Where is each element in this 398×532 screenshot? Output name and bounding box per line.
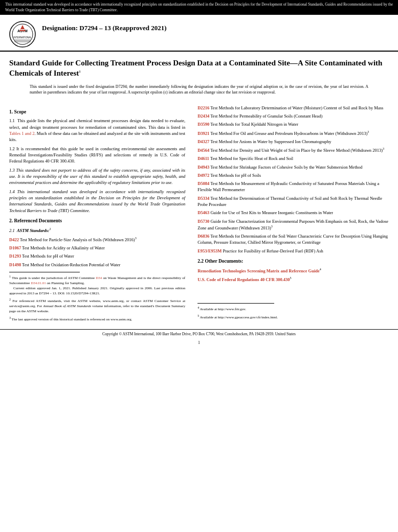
main-content: 1. Scope 1.1 This guide lists the physic… — [0, 105, 398, 324]
page-number: 1 — [0, 340, 398, 345]
ref-D4943: D4943 Test Method for Shrinkage Factors … — [197, 164, 389, 170]
ref-D5463: D5463 Guide for Use of Test Kits to Meas… — [197, 210, 389, 216]
designation-block: Designation: D7294 – 13 (Reapproved 2021… — [42, 20, 167, 32]
s2-2-heading: 2.2 Other Documents: — [197, 258, 389, 265]
ref-D5334: D5334 Test Method for Determination of T… — [197, 195, 389, 208]
ref-D1067: D1067 Test Methods for Acidity or Alkali… — [9, 245, 185, 251]
right-column: D2216 Test Methods for Laboratory Determ… — [191, 105, 389, 324]
section-1-2: 1.2 It is recommended that this guide be… — [9, 146, 185, 165]
main-title: Standard Guide for Collecting Treatment … — [9, 58, 389, 79]
s2-1-heading: 2.1 ASTM Standards:2 — [9, 227, 185, 234]
ref-list-right: D2216 Test Methods for Laboratory Determ… — [197, 105, 389, 254]
footnote-3: 3 The last approved version of this hist… — [9, 316, 185, 322]
section-1-4: 1.4 This international standard was deve… — [9, 189, 185, 214]
s1-2-text: 1.2 It is recommended that this guide be… — [9, 146, 185, 164]
other-ref-list: Remediation Technologies Screening Matri… — [197, 267, 389, 283]
ref-D2434: D2434 Test Method for Permeability of Gr… — [197, 113, 389, 119]
s1-4-text: 1.4 This international standard was deve… — [9, 189, 185, 213]
scope-heading: 1. Scope — [9, 109, 185, 116]
footer-bar: Copyright © ASTM International, 100 Barr… — [0, 329, 398, 338]
abstract-box: This standard is issued under the fixed … — [9, 84, 389, 96]
tables-link[interactable]: Tables 1 and 2 — [9, 131, 34, 136]
s1-1-text: 1.1 This guide lists the physical and ch… — [9, 118, 185, 142]
ref-list-left: D422 Test Method for Particle-Size Analy… — [9, 236, 185, 268]
ref-D2216: D2216 Test Methods for Laboratory Determ… — [197, 105, 389, 111]
ref-E953: E953/E953M Practice for Fusibility of Re… — [197, 248, 389, 254]
right-footnotes: 4 Available at http://www.frtr.gov. 5 Av… — [197, 303, 389, 320]
abstract-text: This standard is issued under the fixed … — [30, 84, 368, 95]
ref-D4327: D4327 Test Method for Anions in Water by… — [197, 138, 389, 145]
ref-D422: D422 Test Method for Particle-Size Analy… — [9, 236, 185, 243]
ref-D5084: D5084 Test Methods for Measurement of Hy… — [197, 180, 389, 193]
page: This international standard was develope… — [0, 0, 398, 532]
title-superscript: 1 — [79, 70, 80, 73]
svg-text:INTERNATIONAL: INTERNATIONAL — [13, 36, 32, 39]
footnote-1: 1 This guide is under the jurisdiction o… — [9, 274, 185, 296]
ref-D4611: D4611 Test Method for Specific Heat of R… — [197, 155, 389, 161]
astm-logo: ASTM INTERNATIONAL — [9, 21, 36, 48]
designation-text: Designation: D7294 – 13 (Reapproved 2021… — [42, 24, 167, 32]
ref-D6836: D6836 Test Methods for Determination of … — [197, 233, 389, 246]
footer-text: Copyright © ASTM International, 100 Barr… — [102, 332, 296, 336]
footnote-2: 2 For referenced ASTM standards, visit t… — [9, 297, 185, 314]
s1-3-text: 1.3 This standard does not purport to ad… — [9, 168, 185, 186]
ref-remediation: Remediation Technologies Screening Matri… — [197, 267, 389, 274]
ref-heading: 2. Referenced Documents — [9, 218, 185, 225]
ref-D5730: D5730 Guide for Site Characterization fo… — [197, 218, 389, 231]
section-1-1: 1.1 This guide lists the physical and ch… — [9, 118, 185, 143]
top-banner: This international standard was develope… — [0, 0, 398, 15]
ref-D1293: D1293 Test Methods for pH of Water — [9, 253, 185, 259]
s2-1-sup: 2 — [49, 227, 51, 230]
left-column: 1. Scope 1.1 This guide lists the physic… — [9, 105, 191, 324]
ref-cfr: U.S. Code of Federal Regulations 40 CFR … — [197, 276, 389, 283]
ref-D3590: D3590 Test Methods for Total Kjeldahl Ni… — [197, 121, 389, 127]
right-footnote-divider — [197, 303, 274, 304]
ref-D3921: D3921 Test Method For Oil and Grease and… — [197, 130, 389, 136]
footnote-divider — [9, 272, 80, 272]
banner-text: This international standard was develope… — [5, 2, 393, 12]
ref-D4972: D4972 Test Methods for pH of Soils — [197, 172, 389, 178]
ref-D4564: D4564 Test Method for Density and Unit W… — [197, 147, 389, 153]
ref-D1498: D1498 Test Method for Oxidation-Reductio… — [9, 262, 185, 268]
title-block: Standard Guide for Collecting Treatment … — [0, 52, 398, 105]
header-section: ASTM INTERNATIONAL Designation: D7294 – … — [0, 15, 398, 52]
right-footnote-5: 5 Available at http://www.gpoaccess.gov/… — [197, 314, 389, 320]
section-1-3: 1.3 This standard does not purport to ad… — [9, 167, 185, 186]
right-footnote-4: 4 Available at http://www.frtr.gov. — [197, 306, 389, 312]
